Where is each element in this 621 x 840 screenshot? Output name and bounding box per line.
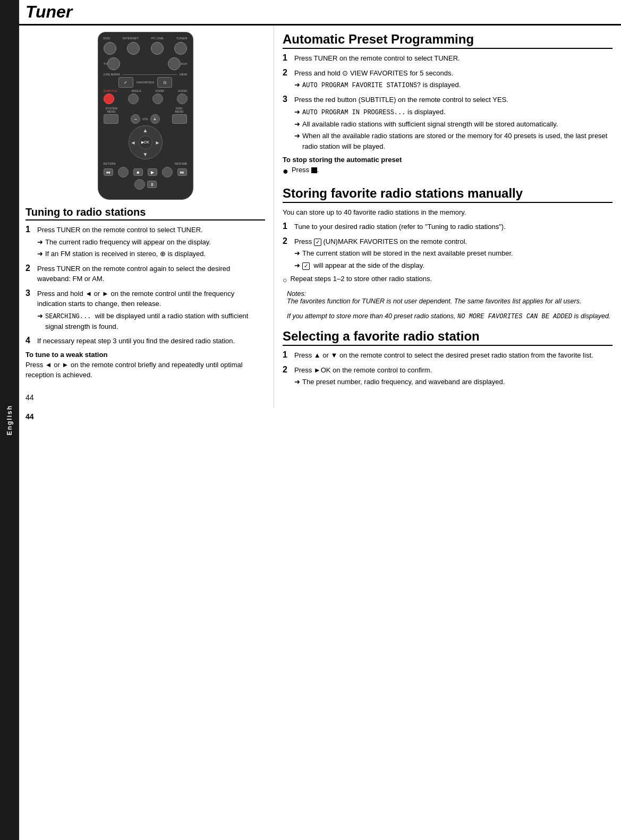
remote-resume-btn[interactable] [162,167,173,177]
select-step-2-content: Press ►OK on the remote control to confi… [294,365,613,387]
weak-station-text: Press ◄ or ► on the remote control brief… [25,360,265,380]
remote-subtitle-btn[interactable] [104,94,114,104]
step-3-arrow-1: ➜ SEARCHING... will be displayed until a… [37,311,265,332]
remote-ok-btn[interactable]: ▶OK [139,135,152,149]
repeat-item: ○ Repeat steps 1–2 to store other radio … [283,275,613,286]
remote-aux-btn[interactable] [168,57,181,70]
weak-station-title: To tune to a weak station [25,351,265,359]
step-num-2: 2 [25,264,37,273]
remote-zoom-btn[interactable] [152,94,163,104]
remote-discmenu-btn[interactable] [172,114,187,124]
favorites-title: Storing favorite radio stations manually [283,186,613,203]
auto-step-2-content: Press and hold ⊙ VIEW FAVORITES for 5 se… [294,68,613,91]
remote-audio-label: AUDIO [178,89,187,92]
tuning-step-1: 1 Press TUNER on the remote control to s… [25,225,265,259]
remote-down-arrow[interactable]: ▼ [143,151,148,157]
select-step-2-arrow-text: The preset number, radio frequency, and … [302,377,505,387]
remote-favorites-label: FAVORITES [137,81,154,84]
auto-preset-section: Automatic Preset Programming 1 Press TUN… [283,32,613,177]
remote-angle-btn[interactable] [128,94,139,104]
step-1-arrow-1: ➜ The current radio frequency will appea… [37,237,265,248]
remote-tuner-btn[interactable] [174,42,187,55]
remote-vol-plus-btn[interactable]: + [150,114,160,124]
auto-step-3-arrow-1-text: AUTO PROGRAM IN PROGRESS... is displayed… [302,107,446,117]
auto-step-2-text: Press and hold ⊙ VIEW FAVORITES for 5 se… [294,69,453,77]
remote-view-btn[interactable]: ⊙ [157,77,172,88]
auto-step-3-text: Press the red button (SUBTITLE) on the r… [294,96,508,104]
auto-step-1-content: Press TUNER on the remote control to sel… [294,53,613,64]
fav-step-num-1: 1 [283,222,294,231]
select-step-2-arrow: ➜ The preset number, radio frequency, an… [294,377,613,387]
auto-step-1-text: Press TUNER on the remote control to sel… [294,54,460,62]
fav-step-2-arrow-1: ➜ The current station will be stored in … [294,248,613,259]
tuning-step-3: 3 Press and hold ◄ or ► on the remote co… [25,289,265,332]
fav-step-2-arrow-2: ➜ ✓ will appear at the side of the displ… [294,260,613,271]
remote-next-btn[interactable]: ⏭ [177,168,187,176]
remote-pause-btn[interactable]: ⏸ [147,181,157,188]
step-1-arrow-2: ➜ If an FM station is received in stereo… [37,249,265,259]
tuning-section: Tuning to radio stations 1 Press TUNER o… [25,206,265,380]
auto-step-3-arrow-3: ➜ When all the available radio stations … [294,131,613,151]
select-step-1: 1 Press ▲ or ▼ on the remote control to … [283,350,613,361]
select-step-1-text: Press ▲ or ▼ on the remote control to se… [294,351,593,359]
step-num-3: 3 [25,289,37,298]
remote-internet-btn[interactable] [127,42,140,55]
step-3-arrow-text: SEARCHING... will be displayed until a r… [45,311,265,332]
auto-step-num-2: 2 [283,68,294,78]
remote-mark-btn[interactable]: ✓ [118,77,133,88]
remote-zoom-label: ZOOM [155,89,164,92]
left-column: DVD INTERNET PC LINK TUNER TV [19,26,274,408]
remote-pclink-label: PC LINK [151,37,164,40]
stop-bullet: ● [283,166,288,177]
remote-dvd-btn[interactable] [104,42,116,55]
step-1-arrow-1-text: The current radio frequency will appear … [45,237,211,248]
step-4-content: If necessary repeat step 3 until you fin… [37,336,265,346]
step-1-text: Press TUNER on the remote control to sel… [37,226,203,234]
remote-unmark-label: (UN) MARK [104,73,121,76]
remote-systemmenu-label: SYSTEM MENU [104,107,120,113]
auto-step-num-3: 3 [283,95,294,104]
remote-subtitle-label: SUBTITLE [104,89,117,92]
remote-pclink-btn[interactable] [151,42,164,55]
remote-view-label: VIEW [179,73,187,76]
remote-tv-label: TV [104,62,108,65]
note-2-text: If you attempt to store more than 40 pre… [287,312,610,320]
notes-title: Notes: [287,290,306,298]
remote-vol-minus-btn[interactable]: − [131,114,140,124]
remote-btn-round-1[interactable] [134,179,145,190]
stop-title: To stop storing the automatic preset [283,156,613,164]
select-step-2: 2 Press ►OK on the remote control to con… [283,365,613,387]
fav-step-num-2: 2 [283,236,294,246]
page-number: 44 [25,393,265,402]
fav-step-2-arrow-2-text: ✓ will appear at the side of the display… [302,260,424,271]
remote-play-btn[interactable]: ▶ [148,168,157,176]
step-3-text: Press and hold ◄ or ► on the remote cont… [37,290,234,308]
remote-prev-btn[interactable]: ⏮ [104,168,113,176]
remote-stop-btn[interactable]: ■ [133,168,143,176]
remote-left-arrow[interactable]: ◄ [131,140,136,146]
step-1-arrow-2-text: If an FM station is received in stereo, … [45,249,206,259]
tuning-step-2: 2 Press TUNER on the remote control agai… [25,264,265,284]
auto-step-3: 3 Press the red button (SUBTITLE) on the… [283,95,613,151]
note-1-text: The favorites function for TUNER is not … [287,298,581,305]
favorites-steps: 1 Tune to your desired radio station (re… [283,222,613,270]
remote-right-arrow[interactable]: ► [155,140,160,146]
fav-step-2-text: Press ✓ (UN)MARK FAVORITES on the remote… [294,237,467,245]
step-num-4: 4 [25,336,37,345]
two-column-layout: DVD INTERNET PC LINK TUNER TV [19,26,621,408]
remote-tuner-label: TUNER [176,37,188,40]
right-column: Automatic Preset Programming 1 Press TUN… [274,26,621,408]
remote-aux-label: AUX [181,62,187,65]
remote-tv-btn[interactable] [107,57,120,70]
auto-step-3-content: Press the red button (SUBTITLE) on the r… [294,95,613,151]
step-1-content: Press TUNER on the remote control to sel… [37,225,265,259]
remote-dvd-label: DVD [104,37,110,40]
fav-step-1: 1 Tune to your desired radio station (re… [283,222,613,232]
remote-return-btn[interactable] [118,167,129,177]
remote-systemmenu-btn[interactable] [104,114,118,124]
step-4-text: If necessary repeat step 3 until you fin… [37,337,235,345]
remote-up-arrow[interactable]: ▲ [143,128,148,133]
select-station-section: Selecting a favorite radio station 1 Pre… [283,329,613,387]
auto-step-num-1: 1 [283,53,294,63]
remote-audio-btn[interactable] [177,94,188,104]
